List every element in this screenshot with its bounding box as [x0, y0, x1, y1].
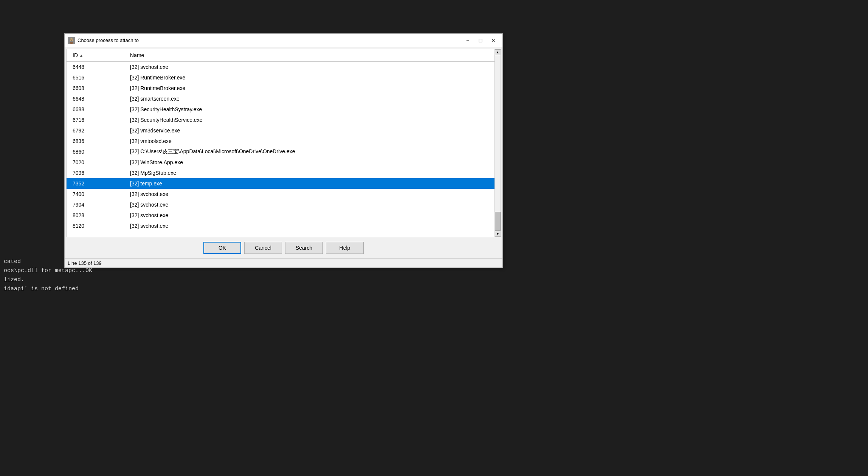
- help-button[interactable]: Help: [326, 242, 364, 254]
- process-id-cell: 6516: [67, 74, 127, 81]
- scroll-down-arrow[interactable]: ▼: [495, 231, 501, 237]
- process-id-cell: 6716: [67, 116, 127, 124]
- status-text: Line 135 of 139: [68, 260, 102, 266]
- process-name-cell: [32] vm3dservice.exe: [127, 127, 501, 134]
- process-list[interactable]: 6448[32] svchost.exe6516[32] RuntimeBrok…: [67, 62, 501, 237]
- process-name-cell: [32] svchost.exe: [127, 222, 501, 230]
- vertical-scrollbar[interactable]: ▲ ▼: [494, 49, 501, 237]
- process-id-cell: 6688: [67, 106, 127, 113]
- table-row[interactable]: 7096[32] MpSigStub.exe: [67, 168, 501, 178]
- process-id-cell: 7904: [67, 201, 127, 208]
- process-name-cell: [32] svchost.exe: [127, 212, 501, 219]
- title-bar: Choose process to attach to − □ ✕: [65, 34, 502, 47]
- table-row[interactable]: 6716[32] SecurityHealthService.exe: [67, 115, 501, 125]
- table-row[interactable]: 8028[32] svchost.exe: [67, 210, 501, 221]
- table-row[interactable]: 6648[32] smartscreen.exe: [67, 93, 501, 104]
- process-id-cell: 8028: [67, 212, 127, 219]
- dialog-title: Choose process to attach to: [78, 37, 462, 43]
- choose-process-dialog: Choose process to attach to − □ ✕ ID ▲ N…: [64, 33, 503, 268]
- table-row[interactable]: 6688[32] SecurityHealthSystray.exe: [67, 104, 501, 115]
- ok-button[interactable]: OK: [203, 242, 241, 254]
- process-name-cell: [32] WinStore.App.exe: [127, 159, 501, 166]
- process-name-cell: [32] smartscreen.exe: [127, 95, 501, 103]
- process-name-cell: [32] RuntimeBroker.exe: [127, 74, 501, 81]
- process-name-cell: [32] RuntimeBroker.exe: [127, 84, 501, 92]
- table-row[interactable]: 6448[32] svchost.exe: [67, 62, 501, 72]
- svg-point-2: [71, 39, 71, 40]
- process-id-cell: 7352: [67, 180, 127, 187]
- process-id-cell: 6836: [67, 137, 127, 145]
- column-header-name: Name: [127, 51, 501, 59]
- process-id-cell: 6860: [67, 148, 127, 156]
- process-id-cell: 6792: [67, 127, 127, 134]
- svg-point-1: [70, 42, 73, 44]
- process-name-cell: [32] vmtoolsd.exe: [127, 137, 501, 145]
- table-row[interactable]: 6860[32] C:\Users\皮三宝\AppData\Local\Micr…: [67, 146, 501, 157]
- process-id-cell: 7400: [67, 190, 127, 198]
- table-row[interactable]: 7904[32] svchost.exe: [67, 199, 501, 210]
- process-id-cell: 7096: [67, 169, 127, 177]
- terminal-line-4: lized.: [4, 275, 864, 285]
- table-row[interactable]: 6516[32] RuntimeBroker.exe: [67, 72, 501, 83]
- process-id-cell: 6648: [67, 95, 127, 103]
- process-name-cell: [32] svchost.exe: [127, 190, 501, 198]
- process-id-cell: 7020: [67, 159, 127, 166]
- maximize-button[interactable]: □: [474, 36, 487, 45]
- app-icon-svg: [68, 37, 75, 44]
- button-area: OK Cancel Search Help: [65, 237, 502, 258]
- scroll-track: [495, 55, 501, 231]
- table-row[interactable]: 7020[32] WinStore.App.exe: [67, 157, 501, 168]
- dialog-icon: [68, 37, 75, 44]
- process-name-cell: [32] temp.exe: [127, 180, 501, 187]
- scroll-up-arrow[interactable]: ▲: [495, 49, 501, 55]
- process-id-cell: 8120: [67, 222, 127, 230]
- close-button[interactable]: ✕: [487, 36, 499, 45]
- title-controls: − □ ✕: [462, 36, 499, 45]
- process-name-cell: [32] C:\Users\皮三宝\AppData\Local\Microsof…: [127, 148, 501, 156]
- scroll-thumb[interactable]: [495, 212, 501, 231]
- status-bar: Line 135 of 139: [65, 258, 502, 268]
- process-name-cell: [32] svchost.exe: [127, 201, 501, 208]
- terminal-line-5: idaapi' is not defined: [4, 285, 864, 294]
- process-table: ID ▲ Name 6448[32] svchost.exe6516[32] R…: [66, 49, 501, 237]
- process-name-cell: [32] svchost.exe: [127, 63, 501, 71]
- process-id-cell: 6448: [67, 63, 127, 71]
- process-name-cell: [32] MpSigStub.exe: [127, 169, 501, 177]
- table-row[interactable]: 7400[32] svchost.exe: [67, 189, 501, 199]
- table-row[interactable]: 6608[32] RuntimeBroker.exe: [67, 83, 501, 93]
- process-id-cell: 6608: [67, 84, 127, 92]
- table-header: ID ▲ Name: [67, 49, 501, 62]
- search-button[interactable]: Search: [285, 242, 323, 254]
- process-name-cell: [32] SecurityHealthService.exe: [127, 116, 501, 124]
- table-row[interactable]: 6836[32] vmtoolsd.exe: [67, 136, 501, 146]
- table-row[interactable]: 7352[32] temp.exe: [67, 178, 501, 189]
- svg-point-3: [72, 39, 73, 40]
- table-row[interactable]: 8120[32] svchost.exe: [67, 221, 501, 231]
- process-name-cell: [32] SecurityHealthSystray.exe: [127, 106, 501, 113]
- sort-arrow-icon: ▲: [79, 53, 83, 58]
- cancel-button[interactable]: Cancel: [244, 242, 282, 254]
- column-header-id: ID ▲: [67, 51, 127, 59]
- table-row[interactable]: 6792[32] vm3dservice.exe: [67, 125, 501, 136]
- minimize-button[interactable]: −: [462, 36, 474, 45]
- svg-point-0: [70, 38, 73, 41]
